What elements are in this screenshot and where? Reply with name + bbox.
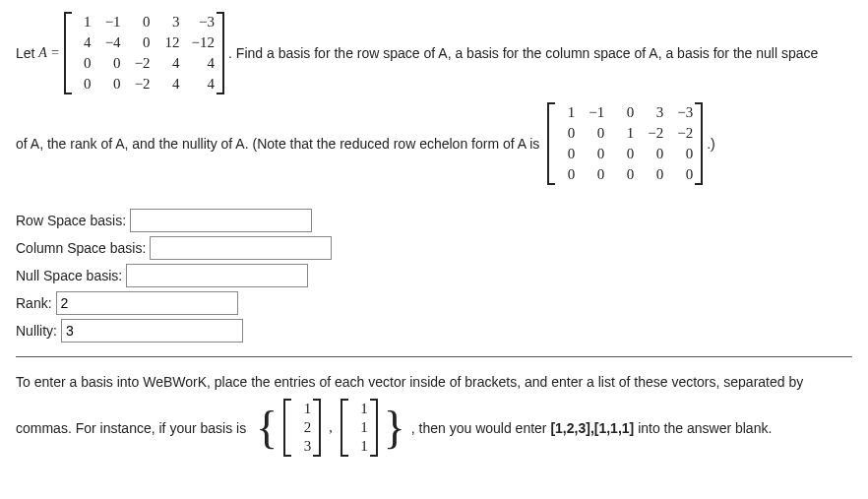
column-space-label: Column Space basis: <box>16 240 146 256</box>
row-space-input[interactable] <box>130 209 312 232</box>
vec-comma: , <box>325 420 337 436</box>
nullity-row: Nullity: <box>16 319 852 343</box>
column-space-input[interactable] <box>150 236 332 260</box>
nullity-input[interactable] <box>61 319 243 343</box>
matrix-rref: 1−103−3001−2−20000000000 <box>547 102 703 185</box>
example-vec-1: 123 <box>283 399 321 457</box>
help-text-2a: commas. For instance, if your basis is <box>16 420 250 436</box>
rank-row: Rank: <box>16 291 852 315</box>
nullity-label: Nullity: <box>16 323 57 339</box>
help-line-1: To enter a basis into WeBWorK, place the… <box>16 371 852 393</box>
problem-line-2: of A, the rank of A, and the nullity of … <box>16 102 852 185</box>
help-bold-example: [1,2,3],[1,1,1] <box>550 420 634 436</box>
divider <box>16 356 852 357</box>
help-line-2: commas. For instance, if your basis is {… <box>16 399 852 457</box>
null-space-label: Null Space basis: <box>16 268 122 283</box>
help-text-1: To enter a basis into WeBWorK, place the… <box>16 371 803 393</box>
rank-input[interactable] <box>56 291 238 315</box>
sentence-1: . Find a basis for the row space of A, a… <box>228 45 818 61</box>
right-brace-icon: } <box>382 405 407 451</box>
null-space-input[interactable] <box>126 264 308 287</box>
sentence-2a: of A, the rank of A, and the nullity of … <box>16 136 543 152</box>
row-space-row: Row Space basis: <box>16 209 852 232</box>
help-text-2b: , then you would enter <box>411 420 551 436</box>
left-brace-icon: { <box>254 405 279 451</box>
sentence-2b: .) <box>707 136 715 152</box>
problem-line-1: Let A = 1−103−34−4012−1200−24400−244 . F… <box>16 12 852 94</box>
null-space-row: Null Space basis: <box>16 264 852 287</box>
matrix-A: 1−103−34−4012−1200−24400−244 <box>64 12 224 94</box>
A-equals: A = <box>38 45 59 61</box>
let-text: Let <box>16 45 38 61</box>
help-text-2c: into the answer blank. <box>634 420 772 436</box>
basis-set: { 123 , 111 } <box>254 399 407 457</box>
column-space-row: Column Space basis: <box>16 236 852 260</box>
example-vec-2: 111 <box>341 399 378 457</box>
row-space-label: Row Space basis: <box>16 213 126 228</box>
rank-label: Rank: <box>16 295 52 311</box>
